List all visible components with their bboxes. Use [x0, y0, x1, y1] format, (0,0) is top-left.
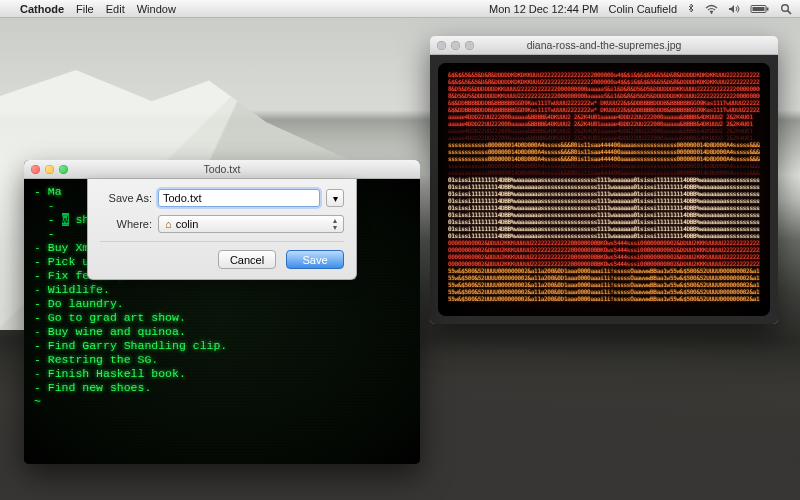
menu-bar: Cathode File Edit Window Mon 12 Dec 12:4…: [0, 0, 800, 18]
save-as-label: Save As:: [100, 192, 152, 204]
image-window[interactable]: diana-ross-and-the-supremes.jpg &$&$&5&&…: [430, 36, 778, 324]
wifi-icon[interactable]: [705, 4, 718, 14]
menu-user[interactable]: Colin Caufield: [609, 3, 677, 15]
terminal-window[interactable]: Todo.txt - Ma - - W shed Out - - Buy Xma…: [24, 160, 420, 464]
filename-input[interactable]: [158, 189, 320, 207]
svg-rect-3: [753, 7, 765, 11]
chevron-up-down-icon: ▴▾: [333, 217, 337, 231]
home-icon: ⌂: [165, 218, 172, 230]
svg-point-0: [711, 12, 713, 14]
disclosure-button[interactable]: ▾: [326, 189, 344, 207]
image-window-content: &$&$&5&&5&D&8&DDDDDKDKDKKUUU222222222222…: [430, 55, 778, 324]
battery-icon[interactable]: [750, 4, 770, 14]
menu-edit[interactable]: Edit: [106, 3, 125, 15]
svg-rect-2: [767, 7, 769, 10]
where-select[interactable]: ⌂ colin ▴▾: [158, 215, 344, 233]
menu-clock[interactable]: Mon 12 Dec 12:44 PM: [489, 3, 598, 15]
image-window-title: diana-ross-and-the-supremes.jpg: [430, 39, 778, 51]
close-button[interactable]: [31, 165, 40, 174]
where-label: Where:: [100, 218, 152, 230]
terminal-window-title: Todo.txt: [24, 163, 420, 175]
terminal-titlebar[interactable]: Todo.txt: [24, 160, 420, 179]
ascii-art-image: &$&$&5&&5&D&8&DDDDDKDKDKKUUU222222222222…: [438, 63, 770, 316]
where-value: colin: [176, 218, 199, 230]
svg-point-4: [782, 4, 789, 11]
save-button[interactable]: Save: [286, 250, 344, 269]
zoom-button[interactable]: [59, 165, 68, 174]
save-sheet: Save As: ▾ Where: ⌂ colin ▴▾ Cancel Save: [87, 179, 357, 280]
bluetooth-icon[interactable]: [687, 3, 695, 14]
volume-icon[interactable]: [728, 4, 740, 14]
app-menu[interactable]: Cathode: [20, 3, 64, 15]
menu-window[interactable]: Window: [137, 3, 176, 15]
close-button[interactable]: [437, 41, 446, 50]
minimize-button[interactable]: [45, 165, 54, 174]
spotlight-icon[interactable]: [780, 3, 792, 15]
minimize-button[interactable]: [451, 41, 460, 50]
svg-line-5: [788, 10, 791, 13]
zoom-button[interactable]: [465, 41, 474, 50]
menu-file[interactable]: File: [76, 3, 94, 15]
cancel-button[interactable]: Cancel: [218, 250, 276, 269]
image-window-titlebar[interactable]: diana-ross-and-the-supremes.jpg: [430, 36, 778, 55]
